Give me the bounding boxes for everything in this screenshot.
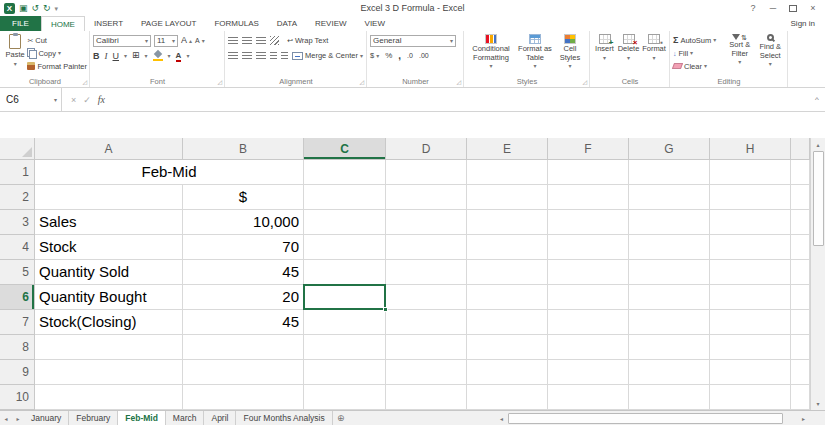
cell-B5[interactable]: 45	[183, 260, 304, 285]
column-header-A[interactable]: A	[35, 138, 183, 160]
cell-C7[interactable]	[304, 310, 386, 335]
cell-H4[interactable]	[710, 235, 791, 260]
decrease-font-button[interactable]: A ▾	[195, 35, 205, 47]
cell-B7[interactable]: 45	[183, 310, 304, 335]
cell-H2[interactable]	[710, 185, 791, 210]
cell-F9[interactable]	[548, 360, 629, 385]
alignment-dialog-launcher-icon[interactable]: ◿	[359, 79, 364, 85]
format-painter-button[interactable]: Format Painter	[27, 60, 87, 72]
fill-button[interactable]: ↓ Fill ▾	[673, 47, 724, 59]
sheet-tab-march[interactable]: March	[166, 411, 205, 425]
sheet-nav-right-button[interactable]: ▸	[12, 411, 24, 425]
increase-decimal-button[interactable]: .0	[407, 52, 413, 59]
italic-button[interactable]: I	[105, 51, 108, 61]
row-header-9[interactable]: 9	[0, 360, 35, 385]
cell-D5[interactable]	[386, 260, 467, 285]
cell-D10[interactable]	[386, 385, 467, 410]
row-header-4[interactable]: 4	[0, 235, 35, 260]
cell-E2[interactable]	[467, 185, 548, 210]
row-header-6[interactable]: 6	[0, 285, 35, 310]
cell-B4[interactable]: 70	[183, 235, 304, 260]
number-format-combo[interactable]: General ▾	[370, 35, 456, 47]
cell-F10[interactable]	[548, 385, 629, 410]
styles-dialog-launcher-icon[interactable]: ◿	[582, 79, 587, 85]
cell-G4[interactable]	[629, 235, 710, 260]
column-header-B[interactable]: B	[183, 138, 304, 160]
cell-C1[interactable]	[304, 160, 386, 185]
cell-D3[interactable]	[386, 210, 467, 235]
maximize-button[interactable]	[784, 2, 802, 15]
ribbon-tab-view[interactable]: VIEW	[356, 16, 394, 31]
cell-G1[interactable]	[629, 160, 710, 185]
column-header-D[interactable]: D	[386, 138, 467, 160]
cut-button[interactable]: ✂ Cut	[27, 34, 87, 46]
cell-C6[interactable]	[304, 285, 386, 310]
format-cells-button[interactable]: ▪ Format ▾	[641, 33, 667, 62]
find-select-button[interactable]: Find & Select ▾	[755, 33, 785, 68]
horizontal-scroll-track[interactable]	[508, 411, 797, 425]
delete-cells-button[interactable]: × Delete ▾	[616, 33, 641, 62]
row-header-1[interactable]: 1	[0, 160, 35, 185]
cell-A2[interactable]	[35, 185, 183, 210]
fill-color-button[interactable]	[153, 51, 163, 61]
cell-D8[interactable]	[386, 335, 467, 360]
increase-indent-icon[interactable]	[281, 52, 288, 59]
align-center-icon[interactable]	[242, 52, 252, 59]
paste-button[interactable]: Paste ▾	[3, 33, 27, 68]
font-color-button[interactable]: A	[176, 52, 182, 60]
font-dialog-launcher-icon[interactable]: ◿	[217, 79, 222, 85]
align-right-icon[interactable]	[256, 52, 266, 59]
cell-G5[interactable]	[629, 260, 710, 285]
ribbon-tab-insert[interactable]: INSERT	[85, 16, 132, 31]
sheet-tab-four-months-analysis[interactable]: Four Months Analysis	[236, 411, 332, 425]
wrap-text-button[interactable]: ↩ Wrap Text	[287, 35, 328, 47]
row-header-3[interactable]: 3	[0, 210, 35, 235]
cell-E7[interactable]	[467, 310, 548, 335]
font-size-combo[interactable]: 11 ▾	[154, 35, 178, 47]
enter-icon[interactable]: ✓	[83, 95, 91, 105]
column-header-E[interactable]: E	[467, 138, 548, 160]
insert-cells-button[interactable]: + Insert ▾	[593, 33, 616, 62]
clipboard-dialog-launcher-icon[interactable]: ◿	[82, 79, 87, 85]
row-header-7[interactable]: 7	[0, 310, 35, 335]
cell-B9[interactable]	[183, 360, 304, 385]
scroll-left-button[interactable]: ◂	[495, 411, 508, 425]
column-header-G[interactable]: G	[629, 138, 710, 160]
ribbon-tab-page-layout[interactable]: PAGE LAYOUT	[132, 16, 205, 31]
sheet-nav-left-button[interactable]: ◂	[0, 411, 12, 425]
vertical-scroll-track[interactable]	[811, 151, 825, 397]
cell-H3[interactable]	[710, 210, 791, 235]
save-icon[interactable]: ▣	[19, 4, 28, 13]
column-header-F[interactable]: F	[548, 138, 629, 160]
ribbon-tab-data[interactable]: DATA	[268, 16, 306, 31]
cell-E1[interactable]	[467, 160, 548, 185]
cell-D9[interactable]	[386, 360, 467, 385]
cell-A4[interactable]: Stock	[35, 235, 183, 260]
bold-button[interactable]: B	[93, 51, 100, 61]
cell-H1[interactable]	[710, 160, 791, 185]
cell-C3[interactable]	[304, 210, 386, 235]
cancel-icon[interactable]: ×	[71, 95, 76, 105]
sheet-tab-february[interactable]: February	[69, 411, 118, 425]
cell-C9[interactable]	[304, 360, 386, 385]
cell-F5[interactable]	[548, 260, 629, 285]
cell-H9[interactable]	[710, 360, 791, 385]
cell-A7[interactable]: Stock(Closing)	[35, 310, 183, 335]
cell-B10[interactable]	[183, 385, 304, 410]
cell-A10[interactable]	[35, 385, 183, 410]
cell-F3[interactable]	[548, 210, 629, 235]
cell-D6[interactable]	[386, 285, 467, 310]
cell-D4[interactable]	[386, 235, 467, 260]
sort-filter-button[interactable]: ⇅ Sort & Filter ▾	[724, 33, 755, 66]
cell-C2[interactable]	[304, 185, 386, 210]
cell-G9[interactable]	[629, 360, 710, 385]
align-bottom-icon[interactable]	[256, 37, 266, 44]
scroll-up-button[interactable]: ▴	[811, 138, 825, 151]
cell-C4[interactable]	[304, 235, 386, 260]
collapse-formula-bar-button[interactable]: ^	[809, 88, 825, 111]
row-header-10[interactable]: 10	[0, 385, 35, 410]
cell-E3[interactable]	[467, 210, 548, 235]
conditional-formatting-button[interactable]: Conditional Formatting ▾	[467, 33, 515, 70]
formula-input[interactable]	[114, 88, 809, 111]
currency-format-button[interactable]: $ ▾	[370, 50, 379, 62]
